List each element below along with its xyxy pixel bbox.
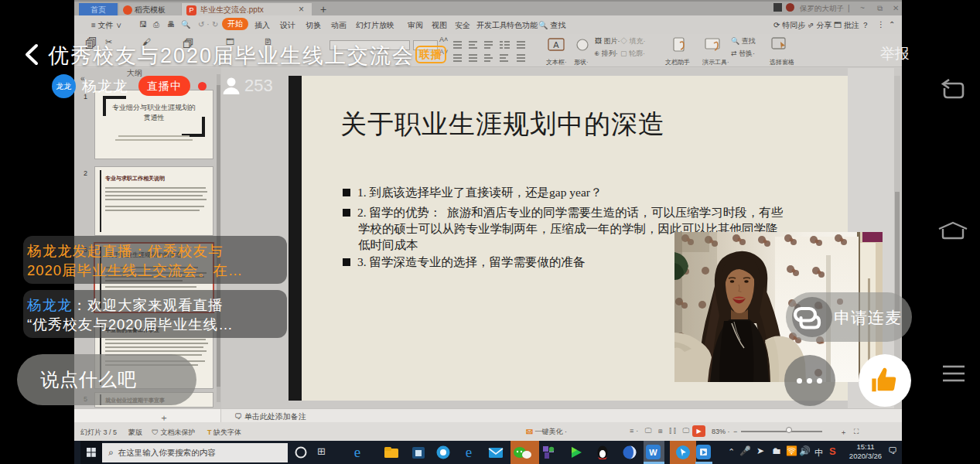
svg-text:e: e (466, 444, 472, 460)
svg-text:A: A (553, 40, 559, 49)
svg-text:e: e (354, 444, 360, 460)
svg-text:W: W (649, 448, 657, 457)
